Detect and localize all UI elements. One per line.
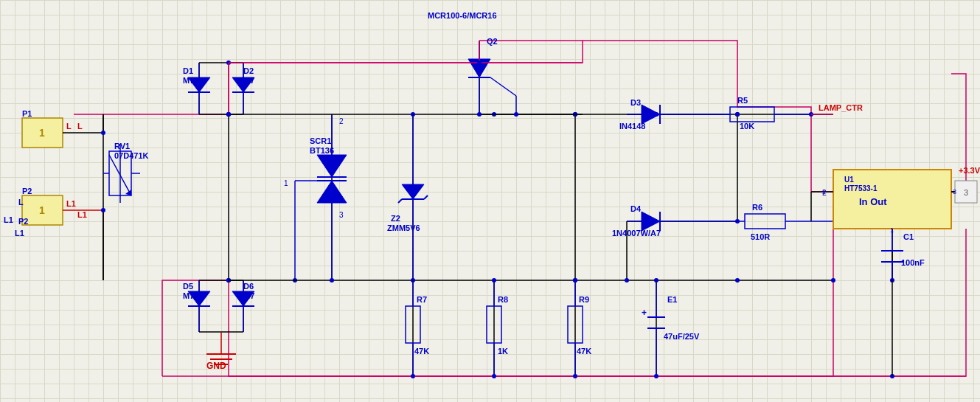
svg-text:1N4007W/A7: 1N4007W/A7 [612, 229, 661, 238]
svg-text:P2: P2 [22, 187, 32, 195]
svg-text:L: L [77, 122, 83, 131]
svg-point-169 [654, 374, 658, 378]
svg-text:Q2: Q2 [487, 37, 498, 46]
svg-text:D3: D3 [630, 98, 641, 107]
svg-text:3: 3 [964, 188, 968, 197]
svg-text:L1: L1 [66, 199, 76, 208]
svg-text:LAMP_CTR: LAMP_CTR [819, 103, 863, 112]
svg-text:2: 2 [822, 188, 826, 195]
svg-text:BT136: BT136 [310, 146, 334, 155]
svg-text:U1: U1 [844, 176, 854, 184]
svg-text:D2: D2 [243, 66, 254, 75]
svg-text:L1: L1 [15, 229, 24, 238]
svg-text:L: L [66, 122, 72, 131]
svg-text:M7: M7 [183, 76, 194, 85]
svg-point-166 [411, 374, 415, 378]
svg-point-160 [477, 60, 482, 65]
svg-marker-90 [402, 184, 424, 199]
svg-point-19 [101, 208, 105, 212]
svg-text:Z2: Z2 [391, 214, 400, 223]
svg-marker-58 [317, 181, 347, 203]
svg-point-167 [492, 374, 496, 378]
svg-text:1: 1 [890, 226, 894, 234]
svg-text:07D471K: 07D471K [114, 151, 149, 160]
schematic-svg: 1 1 L L1 [0, 0, 980, 402]
svg-text:510R: 510R [751, 232, 770, 241]
svg-text:R6: R6 [752, 203, 762, 212]
svg-text:47uF/25V: 47uF/25V [664, 332, 700, 341]
svg-text:D4: D4 [630, 204, 642, 213]
svg-line-72 [490, 77, 516, 96]
svg-line-93 [424, 195, 428, 199]
svg-text:L: L [18, 198, 24, 207]
svg-text:P2: P2 [18, 217, 28, 226]
svg-point-156 [514, 112, 518, 117]
svg-point-17 [101, 131, 105, 135]
svg-marker-56 [317, 155, 347, 177]
svg-point-107 [625, 278, 629, 283]
svg-line-92 [398, 199, 402, 203]
svg-text:RV1: RV1 [114, 142, 130, 150]
svg-text:+3.3V: +3.3V [959, 166, 980, 175]
svg-text:10K: 10K [740, 122, 754, 131]
svg-point-168 [573, 374, 577, 378]
svg-text:47K: 47K [414, 347, 429, 356]
svg-text:D1: D1 [183, 66, 193, 75]
svg-text:ZMM5V6: ZMM5V6 [387, 223, 420, 232]
svg-text:R9: R9 [579, 295, 589, 304]
svg-text:1: 1 [39, 204, 45, 216]
svg-text:1: 1 [39, 127, 45, 139]
svg-text:In  Out: In Out [859, 196, 887, 207]
svg-text:P1: P1 [22, 109, 32, 118]
svg-text:R5: R5 [737, 96, 748, 105]
svg-point-76 [330, 278, 334, 283]
svg-text:100nF: 100nF [901, 258, 925, 267]
svg-text:R7: R7 [417, 295, 427, 304]
svg-text:IN4148: IN4148 [619, 122, 645, 131]
svg-text:3: 3 [339, 211, 344, 219]
svg-point-81 [735, 278, 740, 283]
svg-text:E1: E1 [667, 295, 677, 304]
svg-text:SCR1: SCR1 [310, 136, 331, 145]
svg-text:GND: GND [206, 361, 226, 371]
svg-point-109 [735, 112, 740, 117]
svg-point-162 [226, 112, 231, 117]
svg-text:R8: R8 [498, 295, 508, 304]
svg-text:47K: 47K [577, 347, 591, 356]
svg-text:L1: L1 [4, 215, 13, 224]
svg-text:3: 3 [953, 188, 956, 195]
svg-rect-114 [745, 214, 785, 229]
svg-text:2: 2 [339, 117, 344, 125]
svg-point-82 [831, 278, 835, 283]
svg-text:+: + [642, 308, 647, 318]
svg-text:D5: D5 [183, 282, 193, 291]
svg-point-154 [477, 112, 482, 117]
svg-point-152 [573, 278, 577, 283]
svg-text:M7: M7 [243, 76, 254, 85]
svg-text:M7: M7 [183, 291, 194, 300]
svg-text:C1: C1 [903, 232, 914, 241]
svg-text:L1: L1 [77, 210, 87, 219]
svg-text:1K: 1K [498, 347, 508, 356]
svg-text:HT7533-1: HT7533-1 [844, 184, 878, 193]
svg-text:D6: D6 [243, 282, 254, 291]
svg-text:M7: M7 [243, 291, 254, 300]
svg-text:MCR100-6/MCR16: MCR100-6/MCR16 [428, 11, 497, 20]
svg-text:1: 1 [284, 179, 288, 187]
